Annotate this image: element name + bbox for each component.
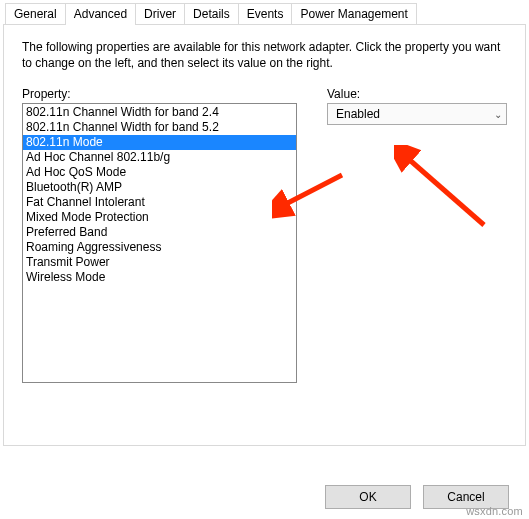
list-item[interactable]: Bluetooth(R) AMP: [23, 180, 296, 195]
ok-button[interactable]: OK: [325, 485, 411, 509]
tab-general[interactable]: General: [5, 3, 66, 24]
list-item[interactable]: Roaming Aggressiveness: [23, 240, 296, 255]
tab-advanced[interactable]: Advanced: [65, 3, 136, 25]
value-selected-text: Enabled: [336, 107, 380, 121]
chevron-down-icon: ⌄: [494, 109, 502, 120]
tab-strip: General Advanced Driver Details Events P…: [5, 3, 526, 24]
tab-power-management[interactable]: Power Management: [291, 3, 416, 24]
list-item[interactable]: 802.11n Channel Width for band 2.4: [23, 105, 296, 120]
list-item[interactable]: Preferred Band: [23, 225, 296, 240]
value-label: Value:: [327, 87, 507, 101]
description-text: The following properties are available f…: [22, 39, 507, 71]
value-dropdown[interactable]: Enabled ⌄: [327, 103, 507, 125]
list-item[interactable]: Mixed Mode Protection: [23, 210, 296, 225]
tab-details[interactable]: Details: [184, 3, 239, 24]
tab-driver[interactable]: Driver: [135, 3, 185, 24]
tab-panel-advanced: The following properties are available f…: [3, 24, 526, 446]
list-item[interactable]: Transmit Power: [23, 255, 296, 270]
tab-events[interactable]: Events: [238, 3, 293, 24]
list-item[interactable]: 802.11n Channel Width for band 5.2: [23, 120, 296, 135]
list-item[interactable]: Ad Hoc QoS Mode: [23, 165, 296, 180]
list-item[interactable]: Ad Hoc Channel 802.11b/g: [23, 150, 296, 165]
property-listbox[interactable]: 802.11n Channel Width for band 2.4802.11…: [22, 103, 297, 383]
list-item[interactable]: Fat Channel Intolerant: [23, 195, 296, 210]
list-item[interactable]: Wireless Mode: [23, 270, 296, 285]
watermark-text: wsxdn.com: [466, 505, 523, 517]
list-item[interactable]: 802.11n Mode: [23, 135, 296, 150]
property-label: Property:: [22, 87, 297, 101]
